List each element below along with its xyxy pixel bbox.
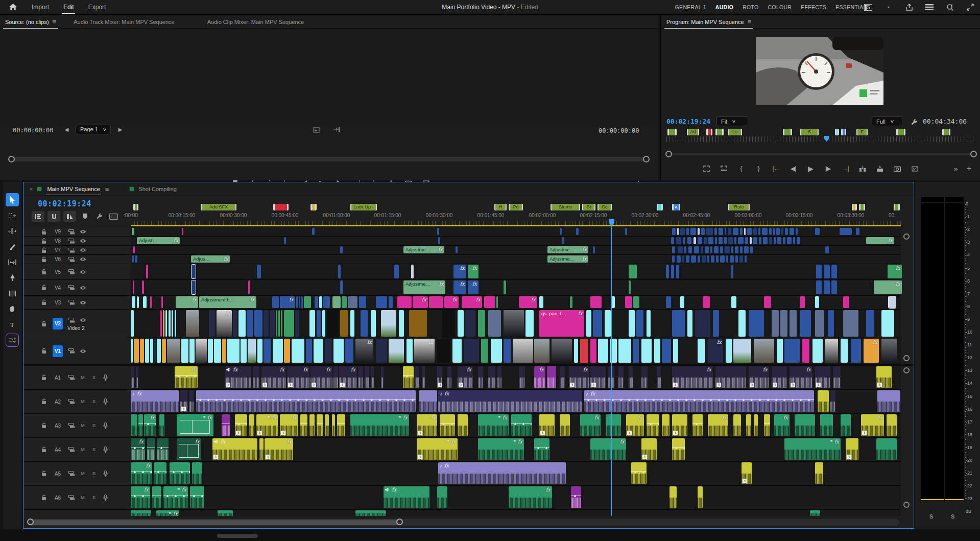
track-target-A2[interactable]: A2 xyxy=(53,399,63,405)
clip[interactable] xyxy=(738,237,744,244)
sequence-marker[interactable] xyxy=(859,204,865,210)
clip[interactable]: fx xyxy=(175,366,198,388)
clip[interactable]: fx xyxy=(708,414,728,436)
clip[interactable] xyxy=(719,237,723,244)
clip[interactable] xyxy=(593,246,595,253)
clip[interactable] xyxy=(422,366,425,388)
clip[interactable] xyxy=(359,296,366,308)
solo-button[interactable]: S xyxy=(90,470,98,477)
wrench-icon[interactable] xyxy=(96,213,103,220)
extract-icon[interactable] xyxy=(719,163,729,174)
clip[interactable] xyxy=(684,246,686,253)
more-controls-icon[interactable]: » xyxy=(950,163,961,174)
clip[interactable] xyxy=(713,310,719,337)
clip[interactable] xyxy=(698,339,705,363)
clip[interactable] xyxy=(361,310,368,337)
track-target-V8[interactable]: V8 xyxy=(53,238,63,244)
clip[interactable] xyxy=(249,414,254,436)
tab-audio-track-mixer[interactable]: Audio Track Mixer: Main MPV Sequence xyxy=(68,15,179,29)
clip[interactable] xyxy=(419,390,437,412)
clip[interactable] xyxy=(662,339,671,363)
clip[interactable] xyxy=(145,339,149,363)
bottom-scroll-nub[interactable] xyxy=(217,534,258,538)
clip[interactable] xyxy=(790,228,794,235)
clip[interactable] xyxy=(214,339,221,363)
clip[interactable] xyxy=(763,237,768,244)
clip[interactable] xyxy=(456,246,458,253)
clip[interactable] xyxy=(464,339,479,363)
clip[interactable]: fx xyxy=(355,339,373,363)
clip[interactable] xyxy=(560,366,565,388)
clip[interactable] xyxy=(497,366,501,388)
clip[interactable]: fx xyxy=(468,280,479,294)
clip[interactable] xyxy=(802,339,809,363)
clip[interactable] xyxy=(504,310,524,337)
clip[interactable] xyxy=(641,366,648,388)
clip[interactable] xyxy=(233,310,237,337)
clip[interactable] xyxy=(769,228,772,235)
clip[interactable] xyxy=(690,228,696,235)
clip[interactable] xyxy=(810,510,820,516)
clip[interactable] xyxy=(657,366,661,388)
clip[interactable]: fx xyxy=(590,438,626,460)
clip[interactable] xyxy=(773,228,775,235)
track-V6[interactable]: fxAdjus…fxAdjustme… xyxy=(131,255,901,264)
clip[interactable] xyxy=(793,237,795,244)
clip[interactable]: fx xyxy=(177,438,201,460)
clip[interactable] xyxy=(702,255,706,263)
clip[interactable] xyxy=(796,228,798,235)
clip[interactable] xyxy=(797,237,800,244)
clip[interactable] xyxy=(843,296,849,308)
clip[interactable] xyxy=(165,310,167,337)
clip[interactable] xyxy=(539,296,543,308)
export-frame-icon[interactable] xyxy=(892,163,902,174)
panel-menu-icon[interactable]: ≡ xyxy=(53,18,57,26)
clip[interactable] xyxy=(629,265,637,278)
track-target-V4[interactable]: V4 xyxy=(53,285,63,291)
solo-button[interactable]: S xyxy=(90,398,98,405)
track-A6[interactable]: fx* fxfxfx xyxy=(131,486,901,510)
clip[interactable]: ♪fx xyxy=(584,390,814,412)
marker-button[interactable] xyxy=(79,211,90,222)
clip[interactable] xyxy=(429,296,443,308)
clip[interactable] xyxy=(618,339,631,363)
clip[interactable] xyxy=(525,310,534,337)
clip[interactable] xyxy=(327,310,338,337)
clip[interactable] xyxy=(355,510,386,516)
clip[interactable] xyxy=(132,296,135,308)
clip[interactable] xyxy=(135,310,149,337)
transport-glyph[interactable]: } xyxy=(753,163,763,174)
clip[interactable] xyxy=(342,296,347,308)
clip[interactable] xyxy=(733,339,751,363)
lock-icon[interactable] xyxy=(40,422,48,429)
clip[interactable] xyxy=(769,237,772,244)
sequence-marker[interactable] xyxy=(894,204,900,210)
clip[interactable] xyxy=(131,310,134,337)
nested-sequence-icon[interactable] xyxy=(35,214,41,220)
lock-icon[interactable] xyxy=(40,247,48,254)
zoom-level-select[interactable]: Fit∨ xyxy=(716,116,748,126)
clip[interactable]: fxAdjustme… xyxy=(403,280,445,294)
clip[interactable] xyxy=(322,310,325,337)
snap-magnet-icon[interactable] xyxy=(51,214,57,220)
clip[interactable] xyxy=(695,310,710,337)
transport-glyph[interactable]: { xyxy=(736,163,746,174)
pen-tool[interactable] xyxy=(6,271,19,285)
clip[interactable] xyxy=(478,310,485,337)
clip[interactable] xyxy=(764,296,771,308)
clip[interactable] xyxy=(687,310,692,337)
clip[interactable] xyxy=(511,414,532,436)
eye-icon[interactable] xyxy=(79,317,87,324)
clip[interactable] xyxy=(706,228,713,235)
clip[interactable] xyxy=(851,339,861,363)
clip[interactable] xyxy=(157,438,169,460)
clip[interactable]: fx xyxy=(708,339,723,363)
tab-audio-clip-mixer[interactable]: Audio Clip Mixer: Main MPV Sequence xyxy=(202,15,309,29)
solo-button[interactable]: S xyxy=(90,374,98,381)
clip[interactable] xyxy=(458,414,468,436)
clip[interactable] xyxy=(170,462,190,484)
eye-icon[interactable] xyxy=(79,284,87,291)
clip[interactable] xyxy=(866,310,874,337)
program-marker-strip[interactable]: AdLoSF xyxy=(666,129,976,135)
clip[interactable] xyxy=(730,255,734,263)
